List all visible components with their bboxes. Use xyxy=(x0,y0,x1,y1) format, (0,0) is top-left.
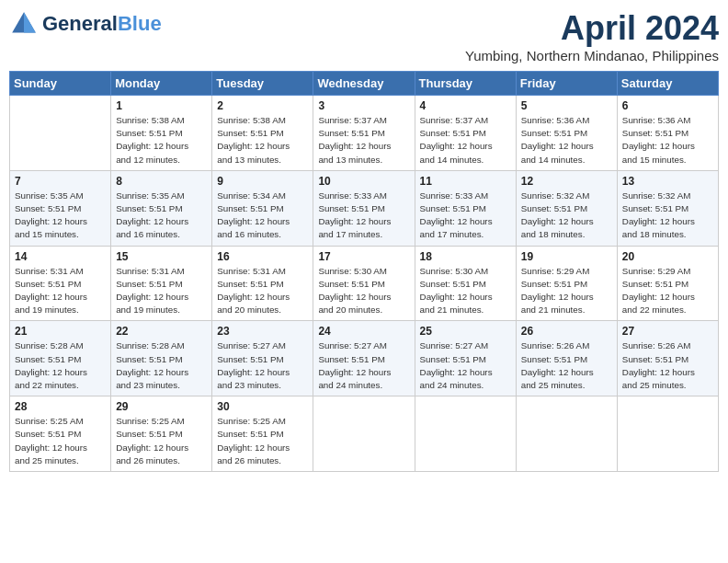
calendar-cell: 5Sunrise: 5:36 AMSunset: 5:51 PMDaylight… xyxy=(516,96,617,171)
calendar-cell: 20Sunrise: 5:29 AMSunset: 5:51 PMDayligh… xyxy=(617,246,718,321)
page-header: GeneralBlue April 2024 Yumbing, Northern… xyxy=(9,9,719,63)
day-info: Sunrise: 5:34 AMSunset: 5:51 PMDaylight:… xyxy=(217,190,308,242)
day-number: 7 xyxy=(15,175,106,188)
day-number: 2 xyxy=(217,99,308,112)
day-info: Sunrise: 5:33 AMSunset: 5:51 PMDaylight:… xyxy=(318,190,409,242)
day-info: Sunrise: 5:32 AMSunset: 5:51 PMDaylight:… xyxy=(521,190,612,242)
day-info: Sunrise: 5:37 AMSunset: 5:51 PMDaylight:… xyxy=(420,114,511,167)
calendar-cell: 29Sunrise: 5:25 AMSunset: 5:51 PMDayligh… xyxy=(111,396,212,472)
col-thursday: Thursday xyxy=(415,72,516,96)
day-info: Sunrise: 5:35 AMSunset: 5:51 PMDaylight:… xyxy=(116,190,207,242)
svg-marker-1 xyxy=(24,12,36,32)
month-title: April 2024 xyxy=(465,9,719,48)
calendar-cell: 4Sunrise: 5:37 AMSunset: 5:51 PMDaylight… xyxy=(415,96,516,171)
day-number: 19 xyxy=(521,250,612,263)
day-number: 6 xyxy=(622,99,713,112)
day-number: 25 xyxy=(420,325,511,338)
header-row: Sunday Monday Tuesday Wednesday Thursday… xyxy=(10,72,719,96)
day-number: 28 xyxy=(15,400,106,413)
day-number: 26 xyxy=(521,325,612,338)
day-info: Sunrise: 5:31 AMSunset: 5:51 PMDaylight:… xyxy=(116,265,207,317)
day-number: 13 xyxy=(622,175,713,188)
calendar-week-2: 7Sunrise: 5:35 AMSunset: 5:51 PMDaylight… xyxy=(10,170,719,246)
calendar-week-3: 14Sunrise: 5:31 AMSunset: 5:51 PMDayligh… xyxy=(10,246,719,321)
calendar-cell: 8Sunrise: 5:35 AMSunset: 5:51 PMDaylight… xyxy=(111,170,212,246)
calendar-cell: 17Sunrise: 5:30 AMSunset: 5:51 PMDayligh… xyxy=(313,246,415,321)
calendar-cell: 9Sunrise: 5:34 AMSunset: 5:51 PMDaylight… xyxy=(212,170,313,246)
day-number: 16 xyxy=(217,250,308,263)
day-info: Sunrise: 5:36 AMSunset: 5:51 PMDaylight:… xyxy=(622,114,713,167)
day-info: Sunrise: 5:25 AMSunset: 5:51 PMDaylight:… xyxy=(15,415,106,467)
col-friday: Friday xyxy=(516,72,617,96)
day-number: 4 xyxy=(420,99,511,112)
calendar-cell: 12Sunrise: 5:32 AMSunset: 5:51 PMDayligh… xyxy=(516,170,617,246)
day-info: Sunrise: 5:29 AMSunset: 5:51 PMDaylight:… xyxy=(622,265,713,317)
calendar-cell xyxy=(415,396,516,472)
col-saturday: Saturday xyxy=(617,72,718,96)
day-info: Sunrise: 5:30 AMSunset: 5:51 PMDaylight:… xyxy=(420,265,511,317)
calendar-cell xyxy=(313,396,415,472)
day-number: 22 xyxy=(116,325,207,338)
day-info: Sunrise: 5:30 AMSunset: 5:51 PMDaylight:… xyxy=(318,265,409,317)
day-info: Sunrise: 5:37 AMSunset: 5:51 PMDaylight:… xyxy=(318,114,409,167)
day-info: Sunrise: 5:36 AMSunset: 5:51 PMDaylight:… xyxy=(521,114,612,167)
day-number: 11 xyxy=(420,175,511,188)
day-number: 23 xyxy=(217,325,308,338)
calendar-cell: 16Sunrise: 5:31 AMSunset: 5:51 PMDayligh… xyxy=(212,246,313,321)
calendar-cell: 30Sunrise: 5:25 AMSunset: 5:51 PMDayligh… xyxy=(212,396,313,472)
logo-icon xyxy=(9,9,39,39)
calendar-cell: 2Sunrise: 5:38 AMSunset: 5:51 PMDaylight… xyxy=(212,96,313,171)
day-number: 14 xyxy=(15,250,106,263)
day-info: Sunrise: 5:25 AMSunset: 5:51 PMDaylight:… xyxy=(217,415,308,467)
day-info: Sunrise: 5:38 AMSunset: 5:51 PMDaylight:… xyxy=(217,114,308,167)
day-info: Sunrise: 5:26 AMSunset: 5:51 PMDaylight:… xyxy=(622,339,713,392)
day-number: 18 xyxy=(420,250,511,263)
calendar-week-4: 21Sunrise: 5:28 AMSunset: 5:51 PMDayligh… xyxy=(10,321,719,396)
day-number: 12 xyxy=(521,175,612,188)
calendar-cell: 14Sunrise: 5:31 AMSunset: 5:51 PMDayligh… xyxy=(10,246,111,321)
day-number: 9 xyxy=(217,175,308,188)
title-block: April 2024 Yumbing, Northern Mindanao, P… xyxy=(465,9,719,63)
day-number: 27 xyxy=(622,325,713,338)
calendar-cell: 6Sunrise: 5:36 AMSunset: 5:51 PMDaylight… xyxy=(617,96,718,171)
col-tuesday: Tuesday xyxy=(212,72,313,96)
calendar-cell: 24Sunrise: 5:27 AMSunset: 5:51 PMDayligh… xyxy=(313,321,415,396)
day-number: 21 xyxy=(15,325,106,338)
day-number: 29 xyxy=(116,400,207,413)
calendar-table: Sunday Monday Tuesday Wednesday Thursday… xyxy=(9,71,719,472)
calendar-cell: 23Sunrise: 5:27 AMSunset: 5:51 PMDayligh… xyxy=(212,321,313,396)
calendar-cell: 13Sunrise: 5:32 AMSunset: 5:51 PMDayligh… xyxy=(617,170,718,246)
day-number: 15 xyxy=(116,250,207,263)
calendar-cell: 28Sunrise: 5:25 AMSunset: 5:51 PMDayligh… xyxy=(10,396,111,472)
calendar-cell: 19Sunrise: 5:29 AMSunset: 5:51 PMDayligh… xyxy=(516,246,617,321)
calendar-cell: 11Sunrise: 5:33 AMSunset: 5:51 PMDayligh… xyxy=(415,170,516,246)
calendar-cell: 1Sunrise: 5:38 AMSunset: 5:51 PMDaylight… xyxy=(111,96,212,171)
calendar-cell: 7Sunrise: 5:35 AMSunset: 5:51 PMDaylight… xyxy=(10,170,111,246)
day-number: 20 xyxy=(622,250,713,263)
day-info: Sunrise: 5:26 AMSunset: 5:51 PMDaylight:… xyxy=(521,339,612,392)
day-number: 10 xyxy=(318,175,409,188)
calendar-cell: 21Sunrise: 5:28 AMSunset: 5:51 PMDayligh… xyxy=(10,321,111,396)
calendar-week-1: 1Sunrise: 5:38 AMSunset: 5:51 PMDaylight… xyxy=(10,96,719,171)
calendar-cell: 27Sunrise: 5:26 AMSunset: 5:51 PMDayligh… xyxy=(617,321,718,396)
col-monday: Monday xyxy=(111,72,212,96)
calendar-cell: 26Sunrise: 5:26 AMSunset: 5:51 PMDayligh… xyxy=(516,321,617,396)
col-sunday: Sunday xyxy=(10,72,111,96)
calendar-cell xyxy=(516,396,617,472)
logo: GeneralBlue xyxy=(9,9,162,39)
calendar-week-5: 28Sunrise: 5:25 AMSunset: 5:51 PMDayligh… xyxy=(10,396,719,472)
day-info: Sunrise: 5:31 AMSunset: 5:51 PMDaylight:… xyxy=(217,265,308,317)
calendar-cell: 3Sunrise: 5:37 AMSunset: 5:51 PMDaylight… xyxy=(313,96,415,171)
day-number: 5 xyxy=(521,99,612,112)
day-info: Sunrise: 5:27 AMSunset: 5:51 PMDaylight:… xyxy=(217,339,308,392)
day-number: 24 xyxy=(318,325,409,338)
day-number: 17 xyxy=(318,250,409,263)
day-number: 3 xyxy=(318,99,409,112)
day-info: Sunrise: 5:28 AMSunset: 5:51 PMDaylight:… xyxy=(15,339,106,392)
logo-text: GeneralBlue xyxy=(42,13,162,35)
calendar-cell: 15Sunrise: 5:31 AMSunset: 5:51 PMDayligh… xyxy=(111,246,212,321)
day-info: Sunrise: 5:25 AMSunset: 5:51 PMDaylight:… xyxy=(116,415,207,467)
calendar-cell: 18Sunrise: 5:30 AMSunset: 5:51 PMDayligh… xyxy=(415,246,516,321)
day-info: Sunrise: 5:33 AMSunset: 5:51 PMDaylight:… xyxy=(420,190,511,242)
day-info: Sunrise: 5:31 AMSunset: 5:51 PMDaylight:… xyxy=(15,265,106,317)
